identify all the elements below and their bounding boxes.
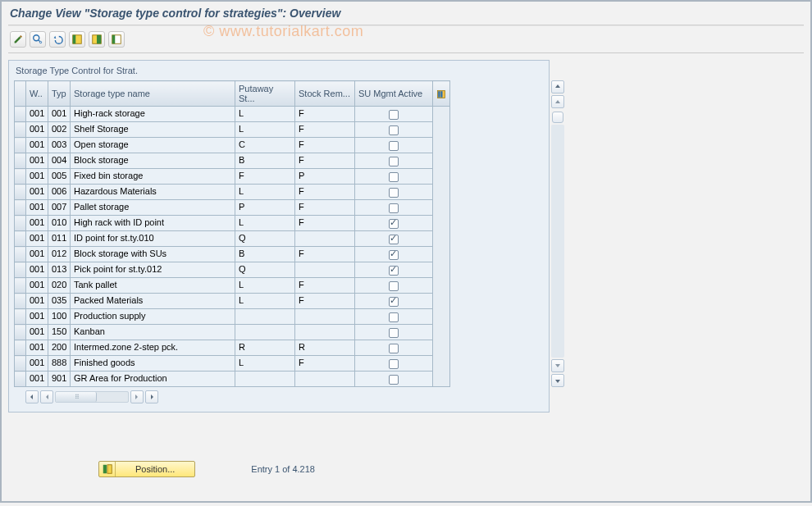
cell-name[interactable]: Block storage with SUs <box>71 247 235 262</box>
change-button[interactable] <box>10 31 26 48</box>
su-checkbox[interactable] <box>389 375 399 385</box>
row-selector[interactable] <box>15 138 26 153</box>
hscroll-track[interactable] <box>55 391 129 403</box>
cell-type[interactable]: 013 <box>48 262 70 277</box>
su-checkbox[interactable] <box>389 359 399 369</box>
cell-stockrem[interactable] <box>295 325 354 340</box>
cell-type[interactable]: 200 <box>48 340 70 355</box>
cell-stockrem[interactable]: F <box>295 185 354 199</box>
header-stockrem[interactable]: Stock Rem... <box>295 81 355 107</box>
cell-stockrem[interactable]: F <box>295 247 354 262</box>
row-selector[interactable] <box>15 185 26 200</box>
cell-name[interactable]: High rack with ID point <box>71 216 235 230</box>
cell-type[interactable]: 003 <box>48 138 70 153</box>
su-checkbox[interactable] <box>389 281 399 291</box>
cell-name[interactable]: Pallet storage <box>71 200 235 215</box>
cell-name[interactable]: Pick point for st.ty.012 <box>71 262 235 277</box>
su-checkbox[interactable] <box>389 312 399 322</box>
cell-warehouse[interactable]: 001 <box>26 309 48 324</box>
cell-name[interactable]: Tank pallet <box>71 278 235 293</box>
cell-name[interactable]: Kanban <box>71 325 235 340</box>
cell-warehouse[interactable]: 001 <box>26 185 48 199</box>
cell-warehouse[interactable]: 001 <box>26 107 48 121</box>
deselect-all-button[interactable] <box>108 31 125 48</box>
cell-type[interactable]: 004 <box>48 153 70 168</box>
su-checkbox[interactable] <box>389 219 399 229</box>
cell-stockrem[interactable]: F <box>295 138 354 153</box>
cell-warehouse[interactable]: 001 <box>26 340 48 355</box>
cell-warehouse[interactable]: 001 <box>26 247 48 262</box>
cell-name[interactable]: Finished goods <box>71 356 235 371</box>
row-selector[interactable] <box>15 169 26 185</box>
row-selector[interactable] <box>15 153 26 169</box>
scroll-line-left-button[interactable] <box>40 390 53 403</box>
cell-stockrem[interactable]: P <box>295 169 354 184</box>
su-checkbox[interactable] <box>389 203 399 213</box>
su-checkbox[interactable] <box>389 188 399 198</box>
row-selector[interactable] <box>15 231 26 247</box>
cell-type[interactable]: 011 <box>48 231 70 246</box>
cell-stockrem[interactable] <box>295 262 354 277</box>
cell-putaway[interactable]: Q <box>235 231 294 246</box>
cell-warehouse[interactable]: 001 <box>26 153 48 168</box>
cell-warehouse[interactable]: 001 <box>26 278 48 293</box>
cell-putaway[interactable]: F <box>235 169 294 184</box>
row-selector[interactable] <box>15 340 26 356</box>
scroll-down-button[interactable] <box>551 374 564 387</box>
cell-name[interactable]: Packed Materials <box>71 294 235 308</box>
cell-name[interactable]: ID point for st.ty.010 <box>71 231 235 246</box>
cell-name[interactable]: Hazardous Materials <box>71 185 235 199</box>
su-checkbox[interactable] <box>389 125 399 135</box>
su-checkbox[interactable] <box>389 172 399 182</box>
cell-name[interactable]: Open storage <box>71 138 235 153</box>
cell-putaway[interactable]: R <box>235 340 294 355</box>
header-selector[interactable] <box>15 81 26 107</box>
cell-stockrem[interactable]: F <box>295 356 354 371</box>
row-selector[interactable] <box>15 107 26 122</box>
row-selector[interactable] <box>15 356 26 372</box>
su-checkbox[interactable] <box>389 344 399 353</box>
su-checkbox[interactable] <box>389 141 399 151</box>
scroll-line-down-button[interactable] <box>551 359 564 372</box>
scroll-left-button[interactable] <box>25 390 39 403</box>
row-selector[interactable] <box>15 372 26 387</box>
scroll-line-right-button[interactable] <box>130 390 144 403</box>
row-selector[interactable] <box>15 216 26 231</box>
su-checkbox[interactable] <box>389 250 399 260</box>
row-selector[interactable] <box>15 262 26 278</box>
cell-putaway[interactable]: Q <box>235 262 294 277</box>
cell-type[interactable]: 005 <box>48 169 70 184</box>
cell-stockrem[interactable]: F <box>295 200 354 215</box>
cell-type[interactable]: 888 <box>48 356 70 371</box>
row-selector[interactable] <box>15 309 26 325</box>
header-su[interactable]: SU Mgmt Active <box>355 81 433 107</box>
row-selector[interactable] <box>15 278 26 294</box>
scroll-line-up-button[interactable] <box>551 95 564 108</box>
cell-stockrem[interactable] <box>295 231 354 246</box>
undo-button[interactable] <box>49 31 66 48</box>
cell-name[interactable]: Block storage <box>71 153 235 168</box>
cell-stockrem[interactable]: R <box>295 340 354 355</box>
row-selector[interactable] <box>15 325 26 340</box>
cell-type[interactable]: 150 <box>48 325 70 340</box>
header-type[interactable]: Typ <box>48 81 71 107</box>
vertical-scrollbar[interactable] <box>549 80 567 387</box>
cell-type[interactable]: 001 <box>48 107 70 121</box>
cell-type[interactable]: 006 <box>48 185 70 199</box>
scroll-right-button[interactable] <box>145 390 158 403</box>
scroll-up-button[interactable] <box>551 80 564 93</box>
cell-name[interactable]: Shelf Storage <box>71 122 235 137</box>
cell-putaway[interactable]: L <box>235 107 294 121</box>
su-checkbox[interactable] <box>389 297 399 307</box>
cell-type[interactable]: 020 <box>48 278 70 293</box>
cell-warehouse[interactable]: 001 <box>26 294 48 308</box>
cell-warehouse[interactable]: 001 <box>26 372 48 386</box>
su-checkbox[interactable] <box>389 328 399 338</box>
row-selector[interactable] <box>15 247 26 262</box>
cell-putaway[interactable]: B <box>235 247 294 262</box>
su-checkbox[interactable] <box>389 266 399 276</box>
horizontal-scrollbar[interactable] <box>25 390 544 403</box>
scroll-thumb-indicator[interactable] <box>552 112 563 123</box>
cell-putaway[interactable]: B <box>235 153 294 168</box>
cell-stockrem[interactable]: F <box>295 294 354 308</box>
